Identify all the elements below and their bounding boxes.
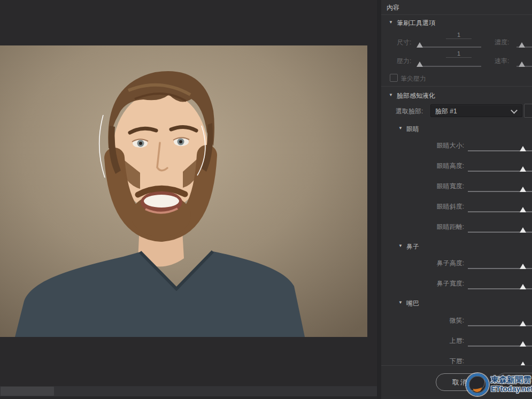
portrait-photo <box>0 45 367 337</box>
collapse-triangle-icon[interactable]: ▼ <box>398 126 403 131</box>
collapse-triangle-icon[interactable]: ▼ <box>389 20 393 25</box>
nose-height-slider[interactable] <box>468 268 532 269</box>
collapse-triangle-icon[interactable]: ▼ <box>398 300 403 305</box>
select-face-dropdown[interactable]: 臉部 #1 <box>430 104 522 117</box>
brush-pressure-label: 壓力: <box>397 57 411 66</box>
eye-tilt-slider[interactable] <box>468 211 532 212</box>
slider-row: 鼻子寬度: <box>381 279 532 297</box>
eye-height-slider[interactable] <box>468 171 532 172</box>
eye-width-label: 眼睛寬度: <box>437 182 464 191</box>
watermark-brand: 東森新聞雲 <box>491 375 531 385</box>
teeth <box>144 195 179 208</box>
brush-rate-label: 速率: <box>495 57 509 66</box>
brush-pressure-slider[interactable] <box>419 66 481 67</box>
pen-pressure-checkbox[interactable] <box>390 74 398 82</box>
face-section-title[interactable]: 臉部感知液化 <box>397 91 435 101</box>
nose-group-title[interactable]: 鼻子 <box>406 242 419 251</box>
slider-thumb[interactable] <box>520 284 526 289</box>
collapse-triangle-icon[interactable]: ▼ <box>389 93 393 97</box>
panel-divider <box>377 0 381 399</box>
eye-distance-slider[interactable] <box>468 232 532 233</box>
slider-thumb[interactable] <box>520 362 526 366</box>
nose-width-slider[interactable] <box>468 288 532 289</box>
eye-width-slider[interactable] <box>468 191 532 192</box>
slider-thumb[interactable] <box>520 341 526 347</box>
eye-tilt-label: 眼睛斜度: <box>437 202 464 211</box>
brush-density-label: 濃度: <box>495 38 509 47</box>
chevron-down-icon <box>511 107 518 114</box>
slider-thumb[interactable] <box>519 42 525 48</box>
smile-label: 微笑: <box>450 316 464 325</box>
brush-pressure-value[interactable]: 1 <box>446 50 472 58</box>
horizontal-scrollbar-thumb[interactable] <box>1 387 54 396</box>
brush-section-title[interactable]: 筆刷工具選項 <box>397 19 435 28</box>
eye-distance-label: 眼睛距離: <box>437 222 464 232</box>
smile-slider[interactable] <box>468 325 532 326</box>
slider-thumb[interactable] <box>520 264 526 269</box>
section-separator <box>381 86 532 87</box>
eye-size-label: 眼睛大小: <box>437 141 464 150</box>
watermark: 東森新聞雲 ETtoday.net <box>465 372 532 398</box>
slider-thumb[interactable] <box>520 207 526 212</box>
nose-height-label: 鼻子高度: <box>437 259 464 268</box>
watermark-site: ETtoday.net <box>491 385 532 393</box>
slider-thumb[interactable] <box>520 146 526 151</box>
brush-rate-slider[interactable] <box>516 66 532 67</box>
mouth-group-title[interactable]: 嘴巴 <box>406 299 419 308</box>
horizontal-scrollbar[interactable] <box>0 386 377 396</box>
properties-panel: 內容 ▼ 筆刷工具選項 尺寸: 1 濃度: 壓力: 1 速率: 筆尖壓力 ▼ 臉… <box>381 0 532 399</box>
upper-lip-slider[interactable] <box>468 346 532 347</box>
collapse-triangle-icon[interactable]: ▼ <box>398 243 403 248</box>
slider-thumb[interactable] <box>520 166 526 172</box>
slider-row: 眼睛大小: <box>381 141 532 159</box>
lower-lip-label: 下唇: <box>450 357 464 366</box>
nose-width-label: 鼻子寬度: <box>437 279 464 288</box>
eye-height-label: 眼睛高度: <box>437 162 464 171</box>
slider-row: 下唇: <box>381 357 532 366</box>
slider-thumb[interactable] <box>520 321 526 326</box>
slider-thumb[interactable] <box>520 227 526 233</box>
select-face-label: 選取臉部: <box>396 107 423 116</box>
slider-row: 眼睛高度: <box>381 162 532 180</box>
brush-size-slider[interactable] <box>419 47 481 48</box>
slider-thumb[interactable] <box>519 62 525 67</box>
smile-icon <box>472 383 482 393</box>
etoday-logo-icon <box>466 373 489 396</box>
slider-thumb[interactable] <box>417 62 423 67</box>
upper-lip-label: 上唇: <box>450 336 464 346</box>
brush-size-value[interactable]: 1 <box>446 32 472 39</box>
brush-size-label: 尺寸: <box>397 38 411 47</box>
canvas-bottom-strip <box>0 396 377 399</box>
slider-row: 眼睛距離: <box>381 222 532 241</box>
slider-row: 眼睛斜度: <box>381 202 532 220</box>
slider-thumb[interactable] <box>417 42 423 48</box>
brush-density-slider[interactable] <box>516 47 532 48</box>
panel-body: ▼ 筆刷工具選項 尺寸: 1 濃度: 壓力: 1 速率: 筆尖壓力 ▼ 臉部感知… <box>381 15 532 366</box>
slider-row: 上唇: <box>381 336 532 355</box>
canvas-area[interactable] <box>0 0 377 399</box>
slider-row: 鼻子高度: <box>381 259 532 277</box>
photo-canvas[interactable] <box>0 45 367 337</box>
eyes-group-title[interactable]: 眼睛 <box>406 125 419 134</box>
pen-pressure-label: 筆尖壓力 <box>400 74 426 83</box>
select-face-value: 臉部 #1 <box>435 107 457 116</box>
slider-thumb[interactable] <box>520 187 526 192</box>
eye-size-slider[interactable] <box>468 150 532 151</box>
panel-header: 內容 <box>381 0 532 15</box>
reset-face-button-partial[interactable] <box>524 104 532 118</box>
slider-row: 微笑: <box>381 316 532 334</box>
panel-title: 內容 <box>387 3 399 12</box>
slider-row: 眼睛寬度: <box>381 182 532 200</box>
